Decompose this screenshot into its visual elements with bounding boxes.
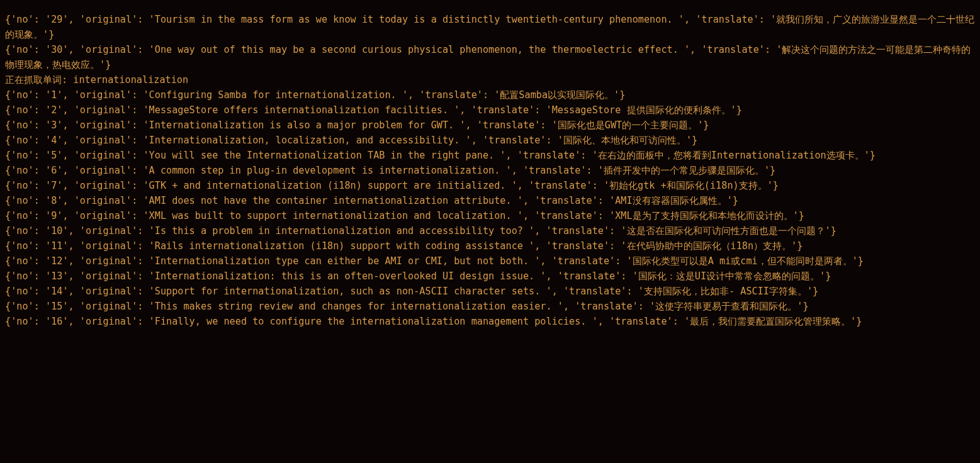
log-entry: {'no': '30', 'original': 'One way out of…: [5, 42, 975, 72]
log-entry: {'no': '4', 'original': 'Internationaliz…: [5, 133, 975, 148]
log-entry: {'no': '14', 'original': 'Support for in…: [5, 284, 975, 299]
log-entry: {'no': '3', 'original': 'Internationaliz…: [5, 118, 975, 133]
log-entry: {'no': '16', 'original': 'Finally, we ne…: [5, 314, 975, 329]
log-entry: {'no': '15', 'original': 'This makes str…: [5, 299, 975, 314]
log-entry: {'no': '10', 'original': 'Is this a prob…: [5, 223, 975, 238]
terminal-output: {'no': '29', 'original': 'Tourism in the…: [0, 9, 980, 329]
log-entry: {'no': '8', 'original': 'AMI does not ha…: [5, 193, 975, 208]
log-entry: {'no': '29', 'original': 'Tourism in the…: [5, 12, 975, 42]
status-line: 正在抓取单词: internationalization: [5, 72, 975, 87]
log-entry: {'no': '13', 'original': 'Internationali…: [5, 269, 975, 284]
log-entry: {'no': '1', 'original': 'Configuring Sam…: [5, 87, 975, 103]
log-entry: {'no': '5', 'original': 'You will see th…: [5, 148, 975, 163]
log-entry: {'no': '9', 'original': 'XML was built t…: [5, 208, 975, 223]
log-entry: {'no': '6', 'original': 'A common step i…: [5, 163, 975, 178]
log-entry: {'no': '12', 'original': 'Internationali…: [5, 254, 975, 269]
log-entry: {'no': '7', 'original': 'GTK + and inter…: [5, 178, 975, 193]
log-entry: {'no': '11', 'original': 'Rails internat…: [5, 238, 975, 254]
log-entry: {'no': '2', 'original': 'MessageStore of…: [5, 103, 975, 118]
